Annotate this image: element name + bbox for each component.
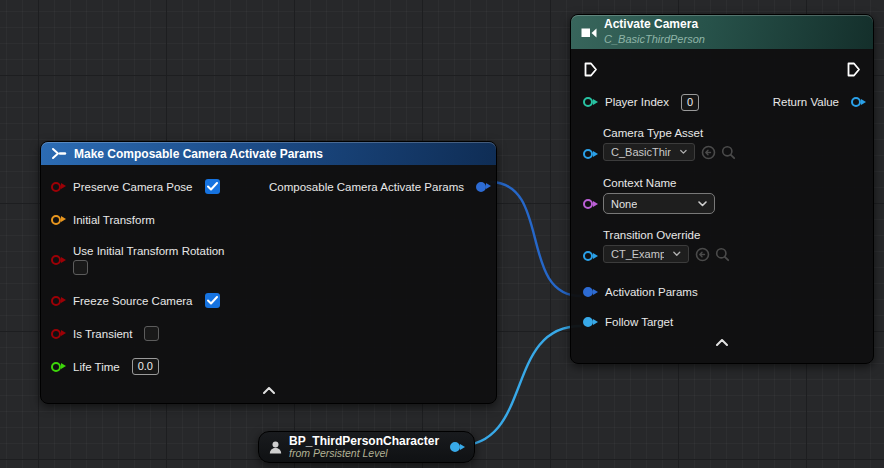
- pin-label: Initial Transform: [73, 214, 155, 226]
- bp-node-title: BP_ThirdPersonCharacter: [289, 435, 439, 448]
- player-index-input[interactable]: 0: [681, 94, 699, 111]
- use-initial-transform-rotation-checkbox[interactable]: [73, 260, 88, 275]
- collapse-button[interactable]: [583, 339, 861, 346]
- context-name-dropdown[interactable]: None: [603, 193, 715, 214]
- exec-out-pin[interactable]: [846, 62, 861, 77]
- int-pin[interactable]: [583, 97, 593, 107]
- node-make-composable-camera-activate-params: Make Composable Camera Activate Params P…: [40, 141, 497, 404]
- person-icon: [268, 440, 283, 455]
- object-pin[interactable]: [583, 149, 593, 159]
- follow-target-pin[interactable]: [583, 317, 593, 327]
- bp-output-pin[interactable]: [450, 442, 460, 452]
- pin-label: Preserve Camera Pose: [73, 181, 193, 193]
- magnifier-icon[interactable]: [715, 247, 730, 262]
- bp-node-subtitle: from Persistent Level: [289, 448, 439, 460]
- make-node-title: Make Composable Camera Activate Params: [74, 147, 323, 161]
- object-pin[interactable]: [583, 251, 593, 261]
- make-struct-icon: [51, 147, 67, 160]
- chevron-down-icon: [698, 201, 707, 207]
- row-context-name: Context Name None: [583, 177, 861, 214]
- pin-label: Is Transient: [73, 328, 132, 340]
- chevron-up-icon: [716, 339, 728, 346]
- transition-override-dropdown[interactable]: CT_Example: [603, 245, 689, 263]
- make-node-header[interactable]: Make Composable Camera Activate Params: [41, 142, 496, 165]
- exec-in-pin[interactable]: [583, 62, 598, 77]
- row-use-initial-transform-rotation: Use Initial Transform Rotation: [51, 236, 486, 284]
- pin-label: Life Time: [73, 361, 120, 373]
- bool-pin[interactable]: [51, 255, 61, 265]
- row-freeze-source-camera: Freeze Source Camera: [51, 284, 486, 317]
- life-time-input[interactable]: 0.0: [132, 358, 159, 375]
- activate-node-subtitle: C_BasicThirdPerson: [604, 33, 705, 46]
- bool-pin[interactable]: [51, 182, 61, 192]
- row-transition-override: Transition Override CT_Example: [583, 229, 861, 263]
- row-activation-params: Activation Params: [583, 279, 861, 305]
- activate-node-header[interactable]: Activate Camera C_BasicThirdPerson: [571, 15, 873, 49]
- pin-label: Player Index: [605, 96, 669, 108]
- row-camera-type-asset: Camera Type Asset C_BasicThirdPe: [583, 127, 861, 161]
- bool-pin[interactable]: [51, 296, 61, 306]
- node-activate-camera: Activate Camera C_BasicThirdPerson Playe…: [570, 14, 874, 364]
- pin-label: Return Value: [773, 96, 839, 108]
- activation-params-pin[interactable]: [583, 287, 593, 297]
- magnifier-icon[interactable]: [721, 145, 736, 160]
- return-value-pin[interactable]: [851, 97, 861, 107]
- collapse-button[interactable]: [51, 387, 486, 394]
- wire-activation-params[interactable]: [490, 182, 581, 296]
- row-preserve-camera-pose: Preserve Camera Pose Composable Camera A…: [51, 170, 486, 203]
- pin-label: Use Initial Transform Rotation: [73, 245, 224, 257]
- pin-label: Activation Params: [605, 286, 698, 298]
- row-exec: [583, 57, 861, 81]
- row-is-transient: Is Transient: [51, 317, 486, 350]
- transform-pin[interactable]: [51, 215, 61, 225]
- pin-label: Composable Camera Activate Params: [269, 181, 464, 193]
- pin-label: Freeze Source Camera: [73, 295, 193, 307]
- browse-back-icon[interactable]: [701, 145, 716, 160]
- row-initial-transform: Initial Transform: [51, 203, 486, 236]
- chevron-down-icon: [680, 149, 687, 155]
- pin-label: Transition Override: [603, 229, 730, 241]
- is-transient-checkbox[interactable]: [144, 326, 159, 341]
- camera-icon: [581, 26, 597, 39]
- chevron-down-icon: [673, 251, 681, 257]
- preserve-camera-pose-checkbox[interactable]: [205, 179, 220, 194]
- node-bp-thirdpersoncharacter[interactable]: BP_ThirdPersonCharacter from Persistent …: [258, 431, 475, 463]
- pin-label: Follow Target: [605, 316, 673, 328]
- name-pin[interactable]: [583, 199, 593, 209]
- pin-label: Context Name: [603, 177, 715, 189]
- pin-label: Camera Type Asset: [603, 127, 736, 139]
- activate-node-title: Activate Camera: [604, 18, 705, 32]
- bool-pin[interactable]: [51, 329, 61, 339]
- freeze-source-camera-checkbox[interactable]: [205, 293, 220, 308]
- browse-back-icon[interactable]: [695, 247, 710, 262]
- float-pin[interactable]: [51, 362, 61, 372]
- chevron-up-icon: [263, 387, 275, 394]
- row-follow-target: Follow Target: [583, 309, 861, 335]
- camera-type-asset-dropdown[interactable]: C_BasicThirdPe: [603, 143, 695, 161]
- struct-output-pin[interactable]: [476, 182, 486, 192]
- row-player-index: Player Index 0 Return Value: [583, 89, 861, 115]
- row-life-time: Life Time 0.0: [51, 350, 486, 383]
